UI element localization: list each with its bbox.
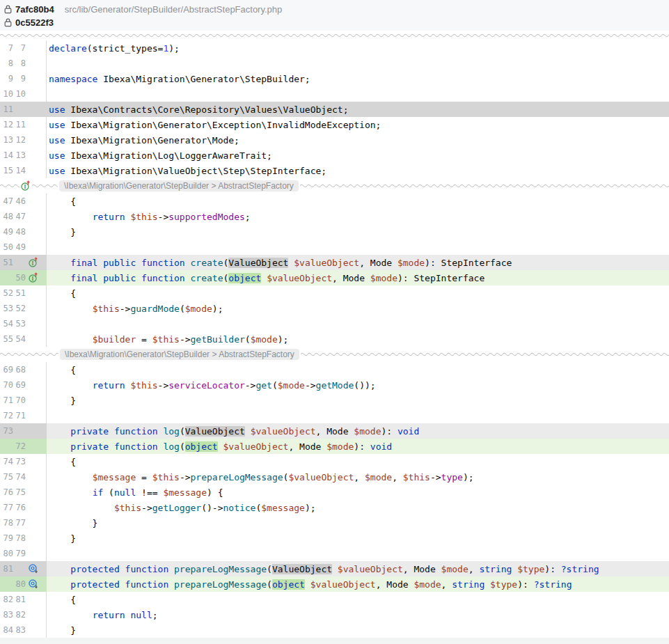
gutter-icon-slot [28, 196, 40, 207]
code-line[interactable]: final public function create(object $val… [47, 270, 669, 285]
wavy-divider [0, 183, 19, 189]
code-token: use [49, 120, 65, 130]
code-line[interactable]: $this->getLogger()->notice($message); [47, 500, 669, 515]
code-token: -> [120, 304, 131, 314]
code-token: Ibexa\Migration\Log\LoggerAwareTrait; [65, 150, 271, 161]
code-line[interactable]: { [47, 194, 669, 209]
code-line[interactable]: $builder = $this->getBuilder($mode); [47, 331, 669, 347]
line-number-new: 69 [15, 380, 26, 390]
code-line[interactable]: namespace Ibexa\Migration\Generator\Step… [47, 71, 669, 86]
code-line[interactable] [47, 408, 669, 423]
code-line[interactable]: { [47, 362, 669, 377]
gutter-icon-slot [28, 487, 40, 498]
code-line[interactable] [47, 316, 669, 331]
gutter: 81 [0, 561, 47, 576]
collapsed-region-label[interactable]: \Ibexa\Migration\Generator\StepBuilder >… [60, 349, 299, 360]
gutter: 1312 [0, 132, 47, 148]
code-line[interactable]: use Ibexa\Migration\ValueObject\Step\Ste… [47, 163, 669, 178]
code-line[interactable]: use Ibexa\Migration\Log\LoggerAwareTrait… [47, 148, 669, 163]
implements-icon[interactable]: I [28, 273, 40, 283]
code-token: $valueObject [338, 564, 403, 574]
code-line[interactable]: private function log(ValueObject $valueO… [47, 423, 669, 439]
code-line[interactable]: declare(strict_types=1); [47, 40, 669, 56]
code-line[interactable]: } [47, 393, 669, 408]
collapsed-region-label[interactable]: \Ibexa\Migration\Generator\StepBuilder >… [59, 180, 299, 191]
line-number-old: 7 [0, 43, 13, 53]
gutter: 4746 [0, 194, 47, 209]
code-row: 80 protected function prepareLogMessage(… [0, 576, 669, 592]
gutter: 8382 [0, 607, 47, 622]
code-line[interactable]: use Ibexa\Contracts\Core\Repository\Valu… [47, 102, 669, 117]
code-line[interactable]: { [47, 592, 669, 607]
diff-viewer: { "header": { "old_commit": "7afc80b4", … [0, 0, 669, 644]
line-number-new: 72 [15, 441, 26, 451]
code-token: ( [223, 273, 229, 283]
code-line[interactable]: $message = $this->prepareLogMessage($val… [47, 469, 669, 485]
code-token: $message [93, 472, 136, 482]
collapsed-region-divider [0, 31, 669, 40]
code-token: return [93, 610, 125, 620]
line-number-new: 77 [15, 518, 26, 528]
gutter-icon-slot [28, 104, 40, 115]
code-token: ): [381, 426, 397, 437]
code-token: $this [93, 304, 120, 314]
code-line[interactable]: { [47, 454, 669, 469]
overridden-icon[interactable] [28, 564, 40, 574]
code-line[interactable]: } [47, 622, 669, 638]
code-token: ( [180, 441, 185, 452]
word-diff-highlight: ValueObject [272, 564, 332, 574]
code-line[interactable]: } [47, 224, 669, 239]
code-token: ( [283, 472, 289, 482]
code-line[interactable] [47, 56, 669, 71]
code-token: null [114, 487, 136, 498]
gutter: 72 [0, 439, 47, 454]
code-token: getLogger [152, 503, 201, 513]
code-line[interactable]: protected function prepareLogMessage(obj… [47, 576, 669, 592]
code-token: $mode [278, 380, 305, 391]
implements-icon[interactable]: I [28, 258, 40, 268]
code-line[interactable] [47, 86, 669, 102]
code-line[interactable]: protected function prepareLogMessage(Val… [47, 561, 669, 576]
code-line[interactable]: } [47, 531, 669, 546]
implements-icon[interactable]: I [20, 180, 31, 191]
code-line[interactable]: use Ibexa\Migration\Generator\Mode; [47, 132, 669, 148]
new-commit-hash: 0c5522f3 [15, 17, 54, 28]
overridden-icon[interactable] [28, 579, 40, 590]
code-token [332, 564, 338, 574]
gutter-icon-slot [28, 334, 40, 345]
line-number-new: 47 [15, 212, 26, 221]
code-token: function [125, 564, 169, 574]
code-token [125, 212, 131, 222]
code-line[interactable]: } [47, 515, 669, 531]
code-token: (strict_types= [87, 43, 164, 54]
code-line[interactable] [47, 239, 669, 255]
line-number-old: 53 [0, 304, 13, 313]
code-line[interactable] [47, 546, 669, 561]
code-token [97, 273, 103, 283]
gutter: 8281 [0, 592, 47, 607]
gutter-icon-slot [28, 380, 40, 391]
line-number-old: 9 [0, 74, 13, 84]
gutter: 5554 [0, 331, 47, 347]
code-token: $message [261, 503, 305, 513]
code-row: 4847 return $this->supportedModes; [0, 209, 669, 224]
code-line[interactable]: if (null !== $message) { [47, 485, 669, 500]
code-line[interactable]: private function log(object $valueObject… [47, 439, 669, 454]
svg-text:I: I [24, 183, 26, 190]
code-line[interactable]: return $this->serviceLocator->get($mode-… [47, 377, 669, 393]
code-token: $mode [365, 472, 392, 482]
code-line[interactable]: return $this->supportedModes; [47, 209, 669, 224]
code-line[interactable]: $this->guardMode($mode); [47, 301, 669, 316]
code-line[interactable]: return null; [47, 607, 669, 622]
code-token: Ibexa\Migration\ValueObject\Step\StepInt… [65, 166, 326, 176]
code-token: void [398, 426, 419, 437]
code-line[interactable]: use Ibexa\Migration\Generator\Exception\… [47, 117, 669, 132]
line-number-old: 47 [0, 196, 13, 206]
gutter: 50I [0, 270, 47, 285]
gutter-icon-slot [28, 58, 40, 69]
code-line[interactable]: final public function create(ValueObject… [47, 255, 669, 270]
code-line[interactable]: { [47, 285, 669, 301]
code-token [136, 273, 141, 283]
line-number-new: 8 [15, 58, 26, 68]
gutter: 8079 [0, 546, 47, 561]
